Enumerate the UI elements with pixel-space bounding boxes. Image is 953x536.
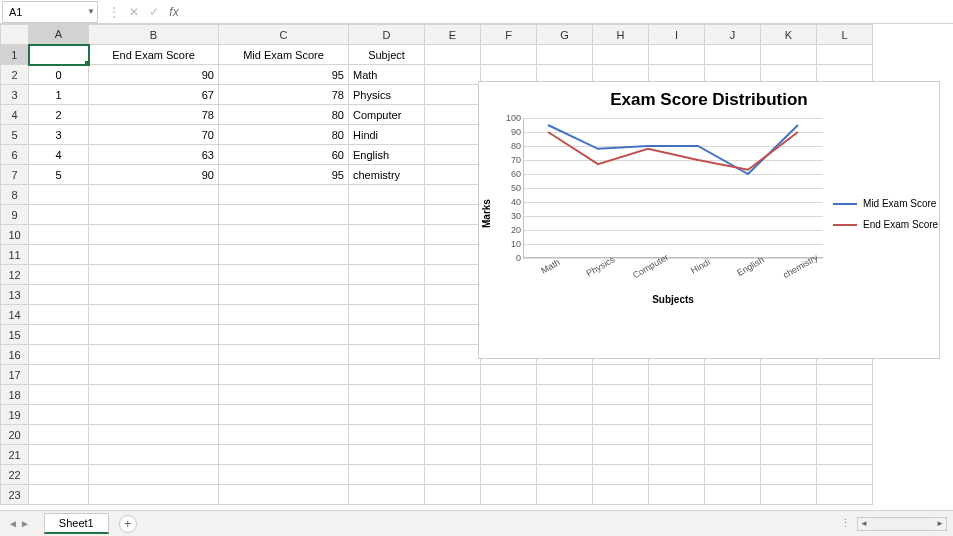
cell-B23[interactable]	[89, 485, 219, 505]
cell-F19[interactable]	[481, 405, 537, 425]
scroll-left-icon[interactable]: ◄	[858, 519, 870, 528]
scroll-right-icon[interactable]: ►	[934, 519, 946, 528]
cell-A9[interactable]	[29, 205, 89, 225]
cell-K17[interactable]	[761, 365, 817, 385]
cell-G23[interactable]	[537, 485, 593, 505]
cell-A4[interactable]: 2	[29, 105, 89, 125]
cell-I21[interactable]	[649, 445, 705, 465]
cell-E18[interactable]	[425, 385, 481, 405]
cell-A14[interactable]	[29, 305, 89, 325]
cell-F21[interactable]	[481, 445, 537, 465]
cell-B4[interactable]: 78	[89, 105, 219, 125]
cell-I1[interactable]	[649, 45, 705, 65]
row-header-3[interactable]: 3	[1, 85, 29, 105]
cell-D19[interactable]	[349, 405, 425, 425]
cell-A2[interactable]: 0	[29, 65, 89, 85]
cell-I19[interactable]	[649, 405, 705, 425]
cell-K23[interactable]	[761, 485, 817, 505]
cell-A18[interactable]	[29, 385, 89, 405]
col-header-D[interactable]: D	[349, 25, 425, 45]
cell-C6[interactable]: 60	[219, 145, 349, 165]
cell-H1[interactable]	[593, 45, 649, 65]
col-header-J[interactable]: J	[705, 25, 761, 45]
cell-L17[interactable]	[817, 365, 873, 385]
cell-B3[interactable]: 67	[89, 85, 219, 105]
cell-D2[interactable]: Math	[349, 65, 425, 85]
cell-D23[interactable]	[349, 485, 425, 505]
cell-B18[interactable]	[89, 385, 219, 405]
col-header-E[interactable]: E	[425, 25, 481, 45]
horizontal-scrollbar[interactable]: ◄ ►	[857, 517, 947, 531]
cell-A17[interactable]	[29, 365, 89, 385]
row-header-18[interactable]: 18	[1, 385, 29, 405]
cell-B6[interactable]: 63	[89, 145, 219, 165]
row-header-23[interactable]: 23	[1, 485, 29, 505]
cell-E16[interactable]	[425, 345, 481, 365]
col-header-G[interactable]: G	[537, 25, 593, 45]
cell-B21[interactable]	[89, 445, 219, 465]
cell-D3[interactable]: Physics	[349, 85, 425, 105]
cell-A13[interactable]	[29, 285, 89, 305]
cell-B8[interactable]	[89, 185, 219, 205]
fx-icon[interactable]: fx	[166, 5, 182, 19]
cell-J23[interactable]	[705, 485, 761, 505]
cell-I18[interactable]	[649, 385, 705, 405]
cell-E11[interactable]	[425, 245, 481, 265]
cell-B9[interactable]	[89, 205, 219, 225]
row-header-22[interactable]: 22	[1, 465, 29, 485]
cell-A8[interactable]	[29, 185, 89, 205]
cell-C2[interactable]: 95	[219, 65, 349, 85]
cell-E14[interactable]	[425, 305, 481, 325]
row-header-15[interactable]: 15	[1, 325, 29, 345]
cell-A6[interactable]: 4	[29, 145, 89, 165]
row-header-10[interactable]: 10	[1, 225, 29, 245]
cell-D10[interactable]	[349, 225, 425, 245]
cell-E9[interactable]	[425, 205, 481, 225]
cell-E7[interactable]	[425, 165, 481, 185]
cell-J20[interactable]	[705, 425, 761, 445]
cell-K18[interactable]	[761, 385, 817, 405]
cell-H22[interactable]	[593, 465, 649, 485]
cell-A23[interactable]	[29, 485, 89, 505]
scroll-track[interactable]	[870, 518, 934, 530]
add-sheet-button[interactable]: +	[119, 515, 137, 533]
cell-D1[interactable]: Subject	[349, 45, 425, 65]
row-header-9[interactable]: 9	[1, 205, 29, 225]
cell-B5[interactable]: 70	[89, 125, 219, 145]
cell-C23[interactable]	[219, 485, 349, 505]
cell-E19[interactable]	[425, 405, 481, 425]
row-header-13[interactable]: 13	[1, 285, 29, 305]
cell-E17[interactable]	[425, 365, 481, 385]
row-header-5[interactable]: 5	[1, 125, 29, 145]
cell-B13[interactable]	[89, 285, 219, 305]
cell-E8[interactable]	[425, 185, 481, 205]
cell-F18[interactable]	[481, 385, 537, 405]
cell-B1[interactable]: End Exam Score	[89, 45, 219, 65]
check-icon[interactable]: ✓	[146, 5, 162, 19]
cell-C5[interactable]: 80	[219, 125, 349, 145]
cell-G22[interactable]	[537, 465, 593, 485]
cell-A5[interactable]: 3	[29, 125, 89, 145]
cell-A7[interactable]: 5	[29, 165, 89, 185]
cell-E13[interactable]	[425, 285, 481, 305]
cell-E22[interactable]	[425, 465, 481, 485]
cell-A16[interactable]	[29, 345, 89, 365]
cell-J19[interactable]	[705, 405, 761, 425]
cell-L20[interactable]	[817, 425, 873, 445]
cell-E4[interactable]	[425, 105, 481, 125]
cell-K1[interactable]	[761, 45, 817, 65]
cell-K22[interactable]	[761, 465, 817, 485]
cell-D6[interactable]: English	[349, 145, 425, 165]
cell-D11[interactable]	[349, 245, 425, 265]
row-header-11[interactable]: 11	[1, 245, 29, 265]
cell-I22[interactable]	[649, 465, 705, 485]
cell-C9[interactable]	[219, 205, 349, 225]
select-all-corner[interactable]	[1, 25, 29, 45]
cell-G18[interactable]	[537, 385, 593, 405]
cell-F17[interactable]	[481, 365, 537, 385]
cell-A15[interactable]	[29, 325, 89, 345]
cell-I23[interactable]	[649, 485, 705, 505]
cell-B20[interactable]	[89, 425, 219, 445]
cell-J22[interactable]	[705, 465, 761, 485]
cell-C10[interactable]	[219, 225, 349, 245]
